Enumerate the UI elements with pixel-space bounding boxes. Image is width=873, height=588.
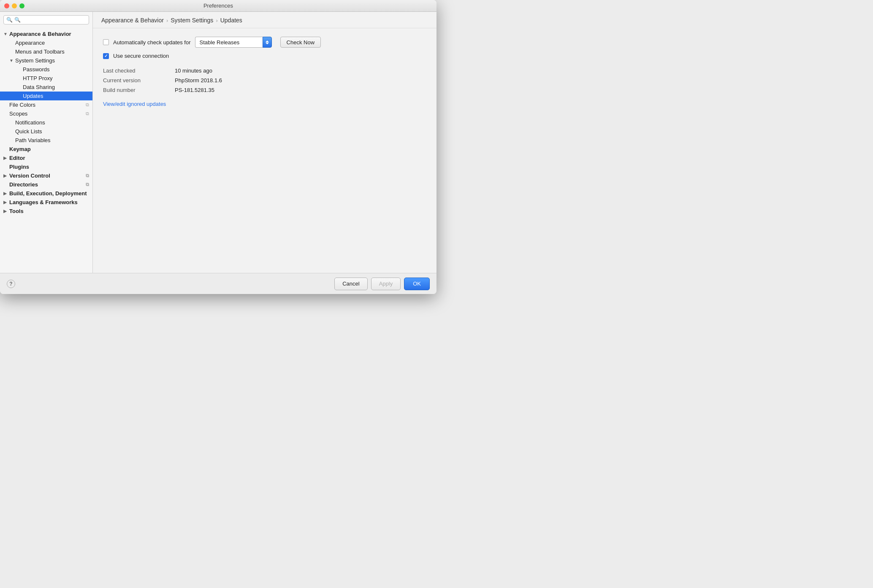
close-button[interactable] bbox=[4, 3, 9, 8]
arrow-down-icon bbox=[266, 43, 269, 44]
last-checked-value: 10 minutes ago bbox=[175, 67, 426, 74]
expand-arrow-icon: ▼ bbox=[3, 32, 9, 36]
sidebar-item-tools[interactable]: ▶ Tools bbox=[0, 207, 92, 216]
maximize-button[interactable] bbox=[19, 3, 24, 8]
search-input[interactable] bbox=[14, 17, 86, 23]
sidebar-item-updates[interactable]: Updates bbox=[0, 92, 92, 100]
view-edit-link[interactable]: View/edit ignored updates bbox=[103, 101, 166, 107]
window-title: Preferences bbox=[203, 3, 233, 9]
sidebar-item-http-proxy[interactable]: HTTP Proxy bbox=[0, 74, 92, 83]
expand-arrow-icon: ▶ bbox=[3, 156, 9, 160]
dropdown-arrow-button[interactable] bbox=[263, 37, 272, 48]
sidebar-item-directories[interactable]: Directories ⧉ bbox=[0, 180, 92, 189]
sidebar-item-file-colors[interactable]: File Colors ⧉ bbox=[0, 100, 92, 109]
use-secure-checkbox[interactable] bbox=[103, 53, 109, 59]
auto-check-label: Automatically check updates for bbox=[113, 39, 191, 46]
window-controls bbox=[4, 3, 24, 8]
expand-arrow-icon: ▶ bbox=[3, 209, 9, 213]
copy-icon: ⧉ bbox=[86, 102, 89, 108]
right-panel: Appearance & Behavior › System Settings … bbox=[93, 12, 436, 273]
bottom-bar: ? Cancel Apply OK bbox=[0, 273, 436, 294]
secure-connection-row: Use secure connection bbox=[103, 53, 426, 59]
release-channel-dropdown[interactable]: Stable Releases Early Access Program Nig… bbox=[195, 37, 263, 48]
ok-button[interactable]: OK bbox=[404, 278, 430, 290]
sidebar: 🔍 ▼ Appearance & Behavior Appearance Men… bbox=[0, 12, 93, 273]
copy-icon: ⧉ bbox=[86, 182, 89, 187]
help-button[interactable]: ? bbox=[7, 280, 15, 288]
bottom-left: ? bbox=[7, 280, 331, 288]
sidebar-item-notifications[interactable]: Notifications bbox=[0, 118, 92, 127]
breadcrumb-part2: System Settings bbox=[171, 17, 213, 24]
auto-check-row: Automatically check updates for Stable R… bbox=[103, 37, 426, 48]
sidebar-item-keymap[interactable]: Keymap bbox=[0, 145, 92, 154]
search-icon: 🔍 bbox=[6, 17, 13, 23]
dropdown-wrapper: Stable Releases Early Access Program Nig… bbox=[195, 37, 272, 48]
info-grid: Last checked 10 minutes ago Current vers… bbox=[103, 67, 426, 93]
search-box[interactable]: 🔍 bbox=[3, 15, 89, 24]
sidebar-item-plugins[interactable]: Plugins bbox=[0, 162, 92, 171]
breadcrumb-part3: Updates bbox=[220, 17, 242, 24]
expand-arrow-icon: ▶ bbox=[3, 191, 9, 196]
breadcrumb-part1: Appearance & Behavior bbox=[101, 17, 164, 24]
last-checked-label: Last checked bbox=[103, 67, 171, 74]
expand-arrow-icon: ▶ bbox=[3, 173, 9, 178]
auto-check-checkbox[interactable] bbox=[103, 39, 109, 45]
current-version-value: PhpStorm 2018.1.6 bbox=[175, 77, 426, 84]
arrow-up-icon bbox=[266, 40, 269, 42]
sidebar-item-appearance[interactable]: Appearance bbox=[0, 38, 92, 47]
copy-icon: ⧉ bbox=[86, 173, 89, 178]
panel-content: Automatically check updates for Stable R… bbox=[93, 28, 436, 273]
apply-button[interactable]: Apply bbox=[371, 278, 401, 290]
copy-icon: ⧉ bbox=[86, 111, 89, 116]
use-secure-label: Use secure connection bbox=[113, 53, 169, 59]
cancel-button[interactable]: Cancel bbox=[334, 278, 367, 290]
title-bar: Preferences bbox=[0, 0, 436, 12]
sidebar-item-passwords[interactable]: Passwords bbox=[0, 65, 92, 74]
sidebar-item-languages-frameworks[interactable]: ▶ Languages & Frameworks bbox=[0, 198, 92, 207]
sidebar-item-path-variables[interactable]: Path Variables bbox=[0, 136, 92, 145]
check-now-button[interactable]: Check Now bbox=[280, 37, 321, 48]
expand-arrow-icon: ▼ bbox=[9, 58, 15, 63]
build-number-value: PS-181.5281.35 bbox=[175, 87, 426, 93]
sidebar-item-version-control[interactable]: ▶ Version Control ⧉ bbox=[0, 171, 92, 180]
build-number-label: Build number bbox=[103, 87, 171, 93]
minimize-button[interactable] bbox=[12, 3, 17, 8]
sidebar-item-editor[interactable]: ▶ Editor bbox=[0, 154, 92, 162]
sidebar-item-appearance-behavior[interactable]: ▼ Appearance & Behavior bbox=[0, 30, 92, 38]
current-version-label: Current version bbox=[103, 77, 171, 84]
breadcrumb-sep1: › bbox=[166, 17, 168, 24]
breadcrumb: Appearance & Behavior › System Settings … bbox=[93, 12, 436, 28]
sidebar-item-data-sharing[interactable]: Data Sharing bbox=[0, 83, 92, 92]
sidebar-item-scopes[interactable]: Scopes ⧉ bbox=[0, 109, 92, 118]
sidebar-item-menus-toolbars[interactable]: Menus and Toolbars bbox=[0, 47, 92, 56]
expand-arrow-icon: ▶ bbox=[3, 200, 9, 205]
sidebar-item-quick-lists[interactable]: Quick Lists bbox=[0, 127, 92, 136]
sidebar-tree: ▼ Appearance & Behavior Appearance Menus… bbox=[0, 28, 92, 273]
sidebar-item-build-exec-deploy[interactable]: ▶ Build, Execution, Deployment bbox=[0, 189, 92, 198]
sidebar-item-system-settings[interactable]: ▼ System Settings bbox=[0, 56, 92, 65]
main-content: 🔍 ▼ Appearance & Behavior Appearance Men… bbox=[0, 12, 436, 273]
breadcrumb-sep2: › bbox=[216, 17, 217, 24]
